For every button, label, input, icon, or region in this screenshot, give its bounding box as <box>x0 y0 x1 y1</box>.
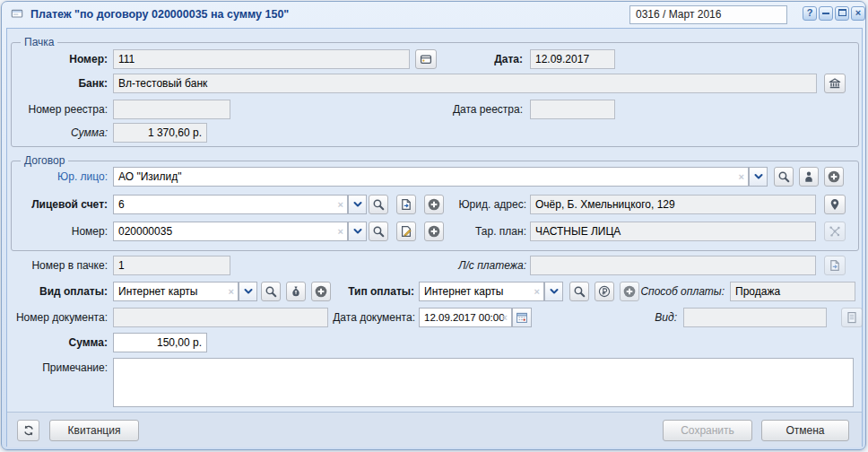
tariff-field: ЧАСТНЫЕ ЛИЦА <box>530 222 816 241</box>
tariff-label: Тар. план: <box>410 222 526 241</box>
payment-type-value: Интернет карты <box>424 285 503 298</box>
payment-type-dropdown-trigger[interactable] <box>544 282 563 301</box>
legal-entity-label[interactable]: Юр. лицо: <box>14 167 108 187</box>
minimize-button[interactable] <box>819 6 833 21</box>
payment-type-search-button[interactable] <box>569 282 589 301</box>
chevron-down-icon <box>353 227 362 236</box>
kind-field <box>683 308 827 327</box>
cancel-button[interactable]: Отмена <box>761 420 849 441</box>
payment-dialog-window: Платеж "по договору 020000035 на сумму 1… <box>1 1 866 450</box>
money-bag-icon <box>290 285 302 298</box>
document-date-picker-trigger[interactable] <box>512 308 532 327</box>
kind-list-button <box>841 308 863 327</box>
contract-search-button[interactable] <box>369 222 388 241</box>
close-button[interactable]: × <box>851 6 865 21</box>
registry-number-label: Номер реестра: <box>14 100 108 119</box>
note-textarea[interactable] <box>113 358 854 407</box>
legal-entity-search-button[interactable] <box>774 167 794 187</box>
document-number-field <box>113 308 328 327</box>
account-value: 6 <box>118 198 125 211</box>
payment-method-field: Продажа <box>730 282 855 301</box>
clear-icon[interactable]: × <box>534 282 540 300</box>
payment-type-ruble-button[interactable] <box>595 282 614 301</box>
legal-entity-person-button[interactable] <box>799 167 819 187</box>
account-dropdown-trigger[interactable] <box>348 195 367 214</box>
bank-field: Вл-тестовый банк <box>113 74 817 93</box>
location-pin-icon <box>829 198 841 211</box>
network-scheme-icon <box>829 225 841 238</box>
save-button: Сохранить <box>663 420 752 441</box>
legal-entity-combo[interactable]: АО "Изилид"× <box>113 167 749 187</box>
sum-field[interactable]: 150,00 р. <box>113 333 207 352</box>
payment-type-label: Тип оплаты: <box>334 282 414 301</box>
screen: Платеж "по договору 020000035 на сумму 1… <box>0 0 868 452</box>
sum-label: Сумма: <box>14 333 108 352</box>
search-icon <box>777 170 790 183</box>
search-icon <box>372 225 385 238</box>
batch-position-label: Номер в пачке: <box>14 256 108 275</box>
account-combo[interactable]: 6× <box>113 195 348 214</box>
bank-button[interactable] <box>824 74 846 93</box>
batch-sum-field: 1 370,60 р. <box>113 123 207 143</box>
close-icon: × <box>855 7 861 18</box>
plus-icon <box>828 170 840 183</box>
receipt-button[interactable]: Квитанция <box>49 420 139 441</box>
period-field[interactable]: 0316 / Март 2016 <box>629 5 787 24</box>
refresh-button[interactable] <box>17 420 39 441</box>
payment-kind-value: Интернет карты <box>118 285 197 298</box>
batch-sum-label: Сумма: <box>14 123 108 143</box>
payment-kind-dropdown-trigger[interactable] <box>239 282 257 301</box>
clear-icon[interactable]: × <box>229 282 234 300</box>
batch-position-field: 1 <box>113 256 230 275</box>
contract-group-legend: Договор <box>21 154 68 167</box>
batch-date-field: 12.09.2017 <box>530 49 615 69</box>
legal-address-field: Очёр, Б. Хмельницкого, 129 <box>530 195 816 214</box>
legal-entity-add-button[interactable] <box>824 167 844 187</box>
batch-date-label: Дата: <box>417 49 523 69</box>
document-number-label: Номер документа: <box>14 308 108 327</box>
batch-number-field: 111 <box>113 49 410 69</box>
window-title: Платеж "по договору 020000035 на сумму 1… <box>30 2 289 27</box>
document-date-field[interactable]: 12.09.2017 00:00× <box>419 308 512 327</box>
help-button[interactable]: ? <box>803 6 817 21</box>
form-window-icon <box>11 7 23 20</box>
note-label: Примечание: <box>14 358 108 378</box>
clear-icon[interactable]: × <box>338 222 343 240</box>
clear-icon[interactable]: × <box>739 168 744 186</box>
payment-type-combo[interactable]: Интернет карты× <box>419 282 544 301</box>
calendar-icon <box>516 311 528 324</box>
payment-kind-moneybag-button[interactable] <box>286 282 306 301</box>
registry-number-field <box>113 100 230 119</box>
maximize-icon <box>838 9 846 16</box>
tariff-scheme-button <box>824 222 846 241</box>
payment-kind-label: Вид оплаты: <box>14 282 108 301</box>
payment-account-document-button <box>824 256 846 275</box>
payment-kind-combo[interactable]: Интернет карты× <box>113 282 239 301</box>
payment-kind-add-button[interactable] <box>311 282 331 301</box>
registry-date-field <box>530 100 615 119</box>
document-list-icon <box>846 311 858 324</box>
clear-icon[interactable]: × <box>502 309 508 326</box>
search-icon <box>573 285 586 298</box>
maximize-button[interactable] <box>835 6 849 21</box>
chevron-down-icon <box>550 287 559 296</box>
question-icon: ? <box>807 7 813 18</box>
titlebar: Платеж "по договору 020000035 на сумму 1… <box>2 2 865 28</box>
legal-entity-value: АО "Изилид" <box>118 170 181 183</box>
plus-icon <box>315 285 327 298</box>
contract-number-label: Номер: <box>14 222 108 241</box>
account-search-button[interactable] <box>369 195 388 214</box>
chevron-down-icon <box>353 200 362 209</box>
clear-icon[interactable]: × <box>338 196 343 213</box>
registry-date-label: Дата реестра: <box>417 100 523 119</box>
contract-number-combo[interactable]: 020000035× <box>113 222 348 241</box>
legal-entity-dropdown-trigger[interactable] <box>749 167 768 187</box>
legal-address-label: Юрид. адрес: <box>410 195 526 214</box>
payment-kind-search-button[interactable] <box>261 282 281 301</box>
person-icon <box>803 170 815 183</box>
contract-number-dropdown-trigger[interactable] <box>348 222 367 241</box>
bank-label: Банк: <box>14 74 108 93</box>
search-icon <box>372 198 385 211</box>
batch-number-label: Номер: <box>14 49 108 69</box>
address-map-button[interactable] <box>824 195 846 214</box>
